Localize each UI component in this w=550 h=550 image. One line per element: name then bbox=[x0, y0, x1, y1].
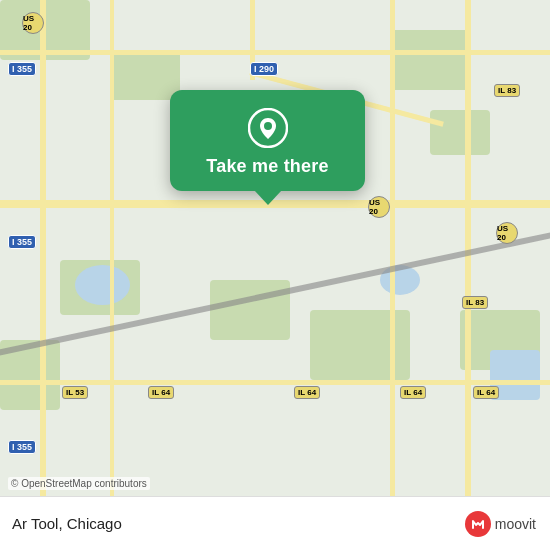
road-label-il64-left: IL 64 bbox=[148, 386, 174, 399]
road-label-us20-top: US 20 bbox=[22, 12, 44, 34]
road-label-i355-top: I 355 bbox=[8, 62, 36, 76]
road-label-i290: I 290 bbox=[250, 62, 278, 76]
road-il53 bbox=[110, 0, 114, 550]
road-label-i355-bot: I 355 bbox=[8, 440, 36, 454]
location-title: Ar Tool, Chicago bbox=[12, 515, 122, 532]
take-me-there-button[interactable]: Take me there bbox=[206, 156, 328, 177]
green-area bbox=[310, 310, 410, 380]
map-attribution: © OpenStreetMap contributors bbox=[8, 477, 150, 490]
road-label-us20-mid: US 20 bbox=[368, 196, 390, 218]
road-label-i355-mid: I 355 bbox=[8, 235, 36, 249]
road-label-il53: IL 53 bbox=[62, 386, 88, 399]
road-label-il64-right: IL 64 bbox=[400, 386, 426, 399]
green-area bbox=[430, 110, 490, 155]
bottom-bar: Ar Tool, Chicago moovit bbox=[0, 496, 550, 550]
moovit-logo: moovit bbox=[465, 511, 536, 537]
road-label-il83-top: IL 83 bbox=[494, 84, 520, 97]
moovit-m-icon bbox=[465, 511, 491, 537]
svg-point-1 bbox=[264, 122, 272, 130]
road-label-il64-far: IL 64 bbox=[473, 386, 499, 399]
green-area bbox=[210, 280, 290, 340]
road-i355 bbox=[40, 0, 46, 500]
road-label-il64-mid: IL 64 bbox=[294, 386, 320, 399]
green-area bbox=[110, 50, 180, 100]
water-body bbox=[75, 265, 130, 305]
green-area bbox=[390, 30, 470, 90]
road-label-us20-right: US 20 bbox=[496, 222, 518, 244]
map-container: US 20 I 290 I 355 I 355 I 355 US 20 US 2… bbox=[0, 0, 550, 550]
moovit-icon-svg bbox=[470, 516, 486, 532]
navigation-popup[interactable]: Take me there bbox=[170, 90, 365, 191]
road-vertical bbox=[390, 0, 395, 550]
location-pin-icon bbox=[248, 108, 288, 148]
road-label-il83-mid: IL 83 bbox=[462, 296, 488, 309]
moovit-text: moovit bbox=[495, 516, 536, 532]
